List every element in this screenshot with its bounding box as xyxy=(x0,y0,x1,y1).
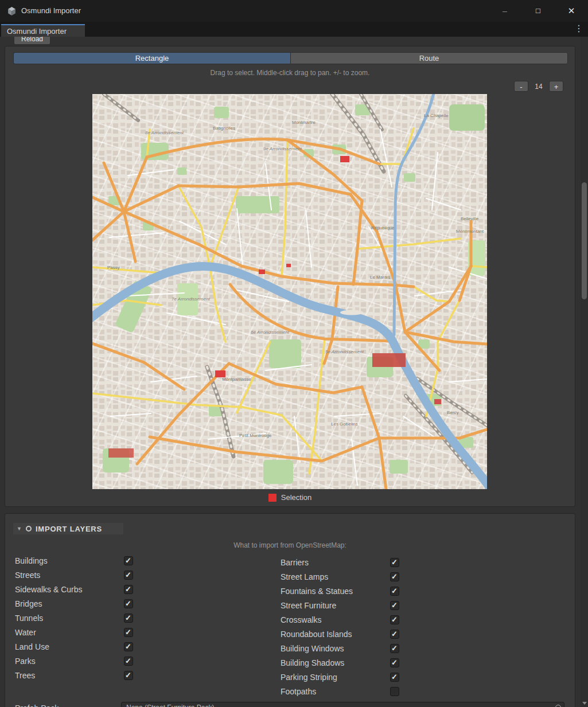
layer-row-building-windows: Building Windows xyxy=(281,641,399,655)
layer-row-streets: Streets xyxy=(15,568,133,582)
close-button[interactable]: ✕ xyxy=(565,5,578,17)
layers-column-right: Barriers Street Lamps Fountains & Statue… xyxy=(281,555,399,698)
layer-label: Tunnels xyxy=(15,614,43,623)
layer-label: Crosswalks xyxy=(281,615,322,624)
layer-label: Land Use xyxy=(15,642,49,651)
layer-label: Fountains & Statues xyxy=(281,587,353,596)
map-label: Montmartre xyxy=(292,120,316,125)
layer-row-barriers: Barriers xyxy=(281,555,399,569)
scrollbar-down-arrow-icon[interactable] xyxy=(582,702,587,705)
map-hint-text: Drag to select. Middle-click drag to pan… xyxy=(5,69,575,77)
zoom-controls: - 14 + xyxy=(514,81,563,92)
import-layers-subtitle: What to import from OpenStreetMap: xyxy=(5,541,575,549)
layer-row-trees: Trees xyxy=(15,668,133,682)
zoom-out-button[interactable]: - xyxy=(514,81,528,92)
map-canvas[interactable]: Batignolles Montmartre La Chapelle Belle… xyxy=(92,94,487,489)
import-layers-panel: ▼ IMPORT LAYERS What to import from Open… xyxy=(5,513,575,707)
layer-label: Streets xyxy=(15,571,40,580)
mode-rectangle-button[interactable]: Rectangle xyxy=(13,52,290,64)
layer-checkbox[interactable] xyxy=(390,644,399,653)
layer-label: Barriers xyxy=(281,558,309,567)
prefab-pack-label: Prefab Pack xyxy=(15,704,59,707)
layer-label: Water xyxy=(15,628,36,637)
layer-checkbox[interactable] xyxy=(124,614,133,623)
layer-label: Parking Striping xyxy=(281,673,337,682)
layer-checkbox[interactable] xyxy=(124,671,133,680)
layer-row-bridges: Bridges xyxy=(15,596,133,611)
map-label: Le Marais xyxy=(370,275,390,280)
vertical-scrollbar[interactable] xyxy=(581,37,588,707)
layer-row-roundabout-islands: Roundabout Islands xyxy=(281,627,399,641)
layer-label: Roundabout Islands xyxy=(281,630,352,639)
scrollbar-thumb[interactable] xyxy=(582,182,587,299)
selection-mode-toggle: Rectangle Route xyxy=(13,52,568,64)
app-icon xyxy=(7,6,17,16)
object-picker-icon[interactable] xyxy=(555,705,561,707)
map-label: Bercy xyxy=(447,410,458,415)
layer-checkbox[interactable] xyxy=(124,599,133,608)
layer-checkbox[interactable] xyxy=(390,630,399,639)
layer-checkbox[interactable] xyxy=(124,571,133,580)
layer-row-street-furniture: Street Furniture xyxy=(281,598,399,612)
mode-route-button[interactable]: Route xyxy=(290,52,568,64)
layer-checkbox[interactable] xyxy=(390,687,399,696)
foldout-arrow-icon[interactable]: ▼ xyxy=(17,526,22,532)
layer-label: Building Shadows xyxy=(281,658,344,667)
layer-checkbox[interactable] xyxy=(124,657,133,666)
minimize-button[interactable]: – xyxy=(499,5,511,17)
layer-label: Footpaths xyxy=(281,687,316,696)
tab-overflow-menu-icon[interactable]: ⋮ xyxy=(574,23,582,34)
reload-button[interactable]: Reload xyxy=(14,37,50,45)
window-title: Osmundi Importer xyxy=(21,6,81,15)
map-label: Les Gobelins xyxy=(331,421,358,427)
layer-label: Bridges xyxy=(15,599,42,608)
import-layers-header[interactable]: ▼ IMPORT LAYERS xyxy=(13,523,123,534)
map-label: 7e Arrondissement xyxy=(172,296,211,302)
selection-legend: Selection xyxy=(5,493,575,502)
layer-checkbox[interactable] xyxy=(124,642,133,651)
selection-legend-label: Selection xyxy=(281,493,311,502)
layer-label: Street Lamps xyxy=(281,572,328,581)
script-circle-icon xyxy=(26,526,32,532)
layer-checkbox[interactable] xyxy=(390,587,399,596)
layer-checkbox[interactable] xyxy=(124,628,133,637)
maximize-button[interactable]: □ xyxy=(532,5,544,17)
layer-row-parks: Parks xyxy=(15,654,133,668)
layer-label: Building Windows xyxy=(281,644,344,653)
layer-checkbox[interactable] xyxy=(124,585,133,594)
layer-row-parking-striping: Parking Striping xyxy=(281,670,399,684)
layer-checkbox[interactable] xyxy=(124,556,133,565)
layer-row-buildings: Buildings xyxy=(15,553,133,568)
layer-label: Parks xyxy=(15,657,36,666)
layer-row-crosswalks: Crosswalks xyxy=(281,612,399,627)
layer-label: Buildings xyxy=(15,556,48,565)
map-label: Passy xyxy=(107,265,120,270)
layer-label: Street Furniture xyxy=(281,601,336,610)
layer-checkbox[interactable] xyxy=(390,558,399,567)
layer-checkbox[interactable] xyxy=(390,658,399,667)
zoom-in-button[interactable]: + xyxy=(549,81,563,92)
paris-map-svg: Batignolles Montmartre La Chapelle Belle… xyxy=(92,94,487,489)
layer-row-street-lamps: Street Lamps xyxy=(281,569,399,584)
map-label: 8e Arrondissement xyxy=(145,130,184,135)
tab-label: Osmundi Importer xyxy=(1,24,85,36)
selection-color-swatch xyxy=(268,494,277,502)
map-label: 9e Arrondissement xyxy=(263,146,302,151)
map-label: Ménilmontant xyxy=(456,229,484,234)
map-label: Belleville xyxy=(461,216,479,221)
editor-content: Reload Rectangle Route Drag to select. M… xyxy=(0,37,588,707)
map-panel: Rectangle Route Drag to select. Middle-c… xyxy=(5,46,575,507)
map-label: Montparnasse xyxy=(222,377,251,382)
map-label: Batignolles xyxy=(213,126,235,131)
map-label: 6e Arrondissement xyxy=(251,330,290,335)
layer-checkbox[interactable] xyxy=(390,615,399,624)
import-layers-title: IMPORT LAYERS xyxy=(36,525,102,533)
layer-row-sidewalks: Sidewalks & Curbs xyxy=(15,582,133,596)
prefab-pack-object-field[interactable]: None (Street Furniture Pack) xyxy=(121,702,564,707)
layer-checkbox[interactable] xyxy=(390,572,399,581)
layer-checkbox[interactable] xyxy=(390,601,399,610)
zoom-level: 14 xyxy=(534,83,543,91)
layers-column-left: Buildings Streets Sidewalks & Curbs Brid… xyxy=(15,553,133,682)
layer-checkbox[interactable] xyxy=(390,673,399,682)
tab-osmundi-importer[interactable]: Osmundi Importer xyxy=(1,24,85,37)
